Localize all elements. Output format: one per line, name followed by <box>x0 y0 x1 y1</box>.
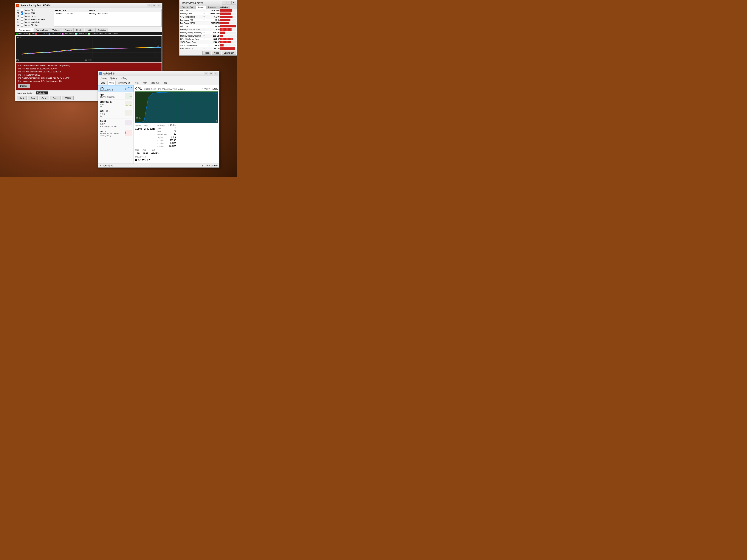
save-button[interactable]: Save <box>50 96 60 100</box>
gpu-close-button[interactable]: ✕ <box>231 1 236 4</box>
dismiss-button[interactable]: Dismiss <box>18 84 30 88</box>
gpu-row-arrow-6[interactable]: ▼ <box>203 29 205 30</box>
cpuid-button[interactable]: CPUID <box>61 96 74 100</box>
gpu-tab-sensors[interactable]: Sensors <box>196 6 206 9</box>
gpu-row-arrow-5[interactable]: ▼ <box>203 25 205 27</box>
tab-temperatures[interactable]: Temperatures <box>17 28 33 32</box>
minimize-button[interactable]: ─ <box>147 4 151 7</box>
taskmgr-tab-users[interactable]: 用户 <box>141 81 149 85</box>
gpu-row-arrow-8[interactable]: ▼ <box>203 35 205 37</box>
stop-button[interactable]: Stop <box>28 96 37 100</box>
sidebar-item-disk1[interactable]: 磁盘 1 (F:) 可移动0% <box>98 109 133 119</box>
stat-row-l3: L3 缓存: 30.0 MB <box>157 145 176 148</box>
gpu-row-name-1: Memory Clock <box>180 13 202 15</box>
gpu-row-name-8: Memory Used (Dynamic) <box>180 35 202 37</box>
sidebar-item-gpu0[interactable]: GPU 0 Radeon RX 590 Series100% (76 °C) <box>98 129 133 138</box>
taskmgr-footer: ▲ 简略信息(D) ⊞ 打开资源监视器 <box>98 163 219 167</box>
tab-unified[interactable]: Unified <box>85 28 95 32</box>
taskmgr-tab-startup[interactable]: 启动 <box>132 81 140 85</box>
battery-value: No battery <box>36 91 48 95</box>
sidebar-item-disk0[interactable]: 磁盘 0 (C: D:) SSD0% <box>98 100 133 109</box>
l1-val: 768 KB <box>170 139 176 142</box>
footer-label-brief[interactable]: 简略信息(D) <box>103 164 113 167</box>
stress-disks-checkbox[interactable] <box>21 21 23 24</box>
gpu-row-arrow-11[interactable]: ▼ <box>203 45 205 46</box>
gpu-row-arrow-9[interactable]: ▼ <box>203 38 205 40</box>
gpu-row-arrow-2[interactable]: ▼ <box>203 16 205 18</box>
taskmgr-tab-process[interactable]: 进程 <box>99 81 107 85</box>
footer-label-monitor[interactable]: 打开资源监视器 <box>205 164 218 167</box>
gpu-close-btn[interactable]: Close <box>212 51 221 55</box>
ethernet-mini-chart <box>125 120 132 126</box>
gpu-row-name-5: GPU Load <box>180 25 202 27</box>
tab-powers[interactable]: Powers <box>62 28 74 32</box>
stress-memory-label: Stress system memory <box>24 18 45 20</box>
maximize-button[interactable]: □ <box>152 4 156 7</box>
sidebar-item-cpu[interactable]: CPU 100% 2.49 GHz <box>98 85 133 92</box>
taskmgr-close-button[interactable]: ✕ <box>214 72 218 75</box>
gpu-titlebar: Team eVOLV 0.1 v2.99.0 ─ □ ✕ <box>179 0 237 5</box>
taskmgr-maximize-button[interactable]: □ <box>209 72 213 75</box>
taskmgr-minimize-button[interactable]: ─ <box>204 72 208 75</box>
gpu-tab-validation[interactable]: Validation <box>218 6 230 9</box>
gpu-row-arrow-1[interactable]: ▼ <box>203 13 205 15</box>
gpu-row-12: VRM Efficiency▼92.7 % <box>179 47 237 50</box>
gpu-row-11: VDDCI Power Draw▼16.0 W <box>179 44 237 47</box>
gpu-row-arrow-12[interactable]: ▼ <box>203 48 205 50</box>
stress-gpus-checkbox[interactable] <box>21 24 23 27</box>
legend-label-samsung: SAMSUNG MZVPW256HEGL-000H7 <box>91 33 119 34</box>
stress-gpus-item: 🎮 Stress GPU(s) <box>16 24 53 27</box>
gpu-row-value-10: 124.8 W <box>206 41 220 43</box>
log-status-0: Stability Test: Started <box>88 12 161 15</box>
virt-key: 虚拟化: <box>157 136 163 139</box>
clear-button[interactable]: Clear <box>38 96 49 100</box>
stress-memory-checkbox[interactable] <box>21 18 23 21</box>
start-button[interactable]: Start <box>17 96 27 100</box>
l2-key: L2 缓存: <box>157 142 164 145</box>
gpu-row-arrow-4[interactable]: ▼ <box>203 22 205 24</box>
gpu-row-arrow-10[interactable]: ▼ <box>203 41 205 43</box>
sidebar-item-memory[interactable]: 内存 3.5/23.9 GB (15%) <box>98 92 133 100</box>
gpu-maximize-button[interactable]: □ <box>227 1 231 4</box>
menu-options[interactable]: 选项(O) <box>109 77 119 80</box>
taskmgr-tab-performance[interactable]: 性能 <box>107 81 115 85</box>
taskmgr-tab-details[interactable]: 详细信息 <box>149 81 161 85</box>
stress-cache-checkbox[interactable] <box>21 15 23 18</box>
sidebar-item-ethernet[interactable]: 以太网 以太网发送: 0 接收: 0 Kbps <box>98 119 133 129</box>
stat-col-util: 利用率 100% <box>135 124 142 148</box>
legend-label-core1: CPU Core #1 <box>38 33 48 34</box>
menu-file[interactable]: 文件(F) <box>99 77 108 80</box>
stat-row-cores: 内核: 12 <box>157 130 176 133</box>
gpu-reset-button[interactable]: Reset <box>202 51 211 55</box>
gpu-bar-container-3 <box>221 19 236 21</box>
gpu-minimize-button[interactable]: ─ <box>222 1 226 4</box>
tab-voltages[interactable]: Voltages <box>50 28 62 32</box>
tab-cooling-fans[interactable]: Cooling Fans <box>34 28 50 32</box>
gpu-bar-container-1 <box>221 12 236 15</box>
gpu-row-name-9: GPU Chip Power Draw <box>180 38 202 40</box>
gpu-row-arrow-3[interactable]: ▼ <box>203 19 205 21</box>
menu-view[interactable]: 查看(V) <box>119 77 128 80</box>
taskmgr-win-controls: ─ □ ✕ <box>204 72 218 75</box>
chart-grid-svg: 40 <box>16 36 161 60</box>
gpu-row-10: VDDC Power Draw▼124.8 W <box>179 41 237 44</box>
stat-row-socket: 插槽: 1 <box>157 127 176 130</box>
gpu-update-now-button[interactable]: Update Now <box>222 51 236 55</box>
stat-row-l1: L1 缓存: 768 KB <box>157 139 176 142</box>
aida-tabs: Temperatures Cooling Fans Voltages Power… <box>15 27 162 32</box>
gpu-tab-advanced[interactable]: Advanced <box>206 6 218 9</box>
gpu-row-value-12: 92.7 % <box>206 48 220 50</box>
tab-clocks[interactable]: Clocks <box>74 28 84 32</box>
taskmgr-tab-app-history[interactable]: 应用历史记录 <box>116 81 132 85</box>
close-button[interactable]: ✕ <box>157 4 161 7</box>
taskmgr-tab-services[interactable]: 服务 <box>162 81 170 85</box>
gpu-bar-1 <box>221 12 231 15</box>
gpu-row-3: Fan Speed (%)▼63 % <box>179 19 237 22</box>
gpu-tab-graphics-card[interactable]: Graphics Card <box>180 6 196 9</box>
gpu-row-arrow-0[interactable]: ▼ <box>203 9 205 11</box>
stress-gpus-label: Stress GPU(s) <box>24 24 37 26</box>
stress-fpu-checkbox[interactable] <box>21 12 23 15</box>
stress-cpu-checkbox[interactable] <box>21 9 23 11</box>
gpu-row-arrow-7[interactable]: ▼ <box>203 32 205 34</box>
tab-statistics[interactable]: Statistics <box>96 28 108 32</box>
